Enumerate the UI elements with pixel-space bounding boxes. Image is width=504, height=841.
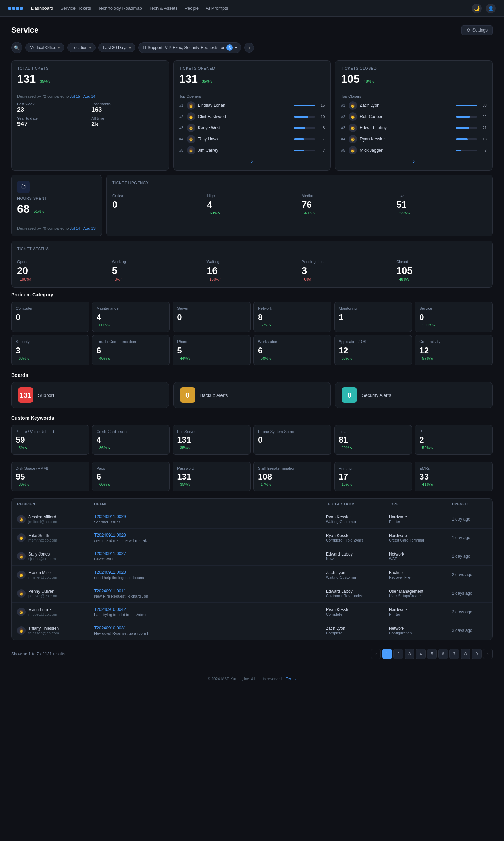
prev-page-button[interactable]: ‹ — [371, 649, 381, 659]
list-item: #5 👨 Jim Carrey 7 — [179, 146, 325, 154]
nav-links: Dashboard Service Tickets Technology Roa… — [31, 6, 463, 11]
type-cell: Network WAP — [389, 552, 452, 561]
top-openers-label: Top Openers — [179, 94, 325, 98]
board-backup-name: Backup Alerts — [200, 393, 228, 398]
status-open-badge: 190%↑ — [20, 277, 32, 281]
list-item: #2 👨 Rob Cooper 22 — [341, 112, 487, 121]
user-avatar[interactable]: 👤 — [486, 4, 496, 13]
nav-dashboard[interactable]: Dashboard — [31, 6, 54, 11]
tickets-opened-value: 131 — [179, 73, 198, 85]
hours-spent-value: 68 — [17, 202, 30, 215]
prob-service: Service 0 100%↘ — [415, 302, 493, 332]
filter-location[interactable]: Location ▾ — [67, 43, 96, 52]
ticket-urgency-card: Ticket Urgency Critical 0 High 4 60%↘ Me… — [106, 175, 493, 236]
tech-name: Ryan Kessler — [326, 533, 389, 538]
col-tech-status: TECH & STATUS — [326, 502, 389, 506]
next-page-icon[interactable]: › — [251, 157, 253, 164]
ticket-link[interactable]: T20240911.0011 — [94, 588, 326, 593]
kw-emrs: EMRs 33 41%↘ — [415, 462, 493, 491]
prob-workstation: Workstation 6 50%↘ — [253, 335, 331, 365]
ticket-link[interactable]: T20240911.0027 — [94, 551, 326, 556]
search-button[interactable]: 🔍 — [11, 42, 22, 53]
ticket-link[interactable]: T20240911.0029 — [94, 514, 326, 519]
col-opened: OPENED — [452, 502, 487, 506]
rank-bar — [456, 105, 477, 106]
nav-people[interactable]: People — [184, 6, 198, 11]
rank-bar — [294, 138, 315, 140]
dark-mode-icon[interactable]: 🌙 — [472, 4, 482, 13]
nav-service-tickets[interactable]: Service Tickets — [61, 6, 91, 11]
page-2-button[interactable]: 2 — [393, 649, 403, 659]
nav-technology-roadmap[interactable]: Technology Roadmap — [98, 6, 142, 11]
urgency-critical: Critical 0 — [112, 194, 203, 215]
ticket-type: Network — [389, 552, 452, 557]
recipient-cell: 👩 Sally Jones sjones@co.com — [17, 552, 94, 561]
urgency-low: Low 51 23%↘ — [397, 194, 487, 215]
ticket-link[interactable]: T20240911.0028 — [94, 533, 326, 538]
tech-cell: Zach Lyon Complete — [326, 626, 389, 635]
ticket-link[interactable]: T20240911.0023 — [94, 570, 326, 575]
ticket-detail: Scanner issues — [94, 520, 326, 524]
board-security-alerts[interactable]: 0 Security Alerts — [335, 382, 493, 408]
page-1-button[interactable]: 1 — [382, 649, 392, 659]
page-8-button[interactable]: 8 — [461, 649, 470, 659]
add-filter-button[interactable]: + — [244, 43, 254, 53]
kw-staff-hires-badge: 17%↘ — [261, 482, 272, 487]
kw-printing: Printing 17 15%↘ — [334, 462, 412, 491]
settings-button[interactable]: ⚙ Settings — [461, 25, 493, 35]
status-waiting: Waiting 16 150%↑ — [207, 260, 298, 282]
table-row: 👨 Mike Smith msmith@co.com T20240911.002… — [12, 529, 492, 547]
ticket-link[interactable]: T20240910.0031 — [94, 626, 326, 630]
kw-pt-badge: 50%↘ — [422, 446, 433, 450]
filter-count-badge: 3 — [226, 44, 233, 51]
nav-ai-prompts[interactable]: AI Prompts — [206, 6, 228, 11]
kw-grid-row2: Disk Space (RMM) 95 30%↘ Pacs 6 60%↘ Pas… — [11, 462, 493, 491]
pagination: Showing 1 to 7 of 131 results ‹ 1 2 3 4 … — [11, 646, 493, 662]
ticket-link[interactable]: T20240910.0042 — [94, 607, 326, 612]
kw-credit-card: Credit Card Issues 4 86%↘ — [92, 425, 170, 455]
total-tickets-sub: Last week 23 Last month 163 Year to date… — [17, 102, 163, 128]
page-7-button[interactable]: 7 — [449, 649, 459, 659]
recipient-email: mmiller@co.com — [28, 575, 57, 579]
kw-password-badge: 35%↘ — [180, 482, 191, 487]
col-type: TYPE — [389, 502, 452, 506]
page-6-button[interactable]: 6 — [438, 649, 448, 659]
nav-tech-assets[interactable]: Tech & Assets — [149, 6, 178, 11]
tickets-closed-card: Tickets Closed 105 48%↘ Top Closers #1 👨… — [335, 60, 493, 171]
list-item: #1 👨 Zach Lyon 33 — [341, 101, 487, 110]
tech-cell: Ryan Kessler Complete — [326, 607, 389, 616]
next-page-icon[interactable]: › — [413, 157, 415, 164]
tech-status: Complete (Hold 24hrs) — [326, 538, 389, 542]
chevron-down-icon: ▾ — [235, 45, 237, 50]
tech-cell: Ryan Kessler Waiting Customer — [326, 515, 389, 524]
last-month-label: Last month — [91, 102, 163, 106]
nav-actions: 🌙 👤 — [472, 4, 496, 13]
total-tickets-value: 131 — [17, 73, 36, 85]
board-support[interactable]: 131 Support — [11, 382, 169, 408]
tech-status: New — [326, 557, 389, 561]
ticket-subtype: Configuration — [389, 631, 452, 635]
filter-medical-office[interactable]: Medical Office ▾ — [25, 43, 64, 52]
page-5-button[interactable]: 5 — [427, 649, 437, 659]
filter-categories[interactable]: IT Support, VIP Exec, Security Requests,… — [138, 42, 241, 53]
list-item: #2 👨 Clint Eastwood 10 — [179, 112, 325, 121]
top-stats-row: Total Tickets 131 35%↘ Decreased by 72 c… — [11, 60, 493, 171]
status-closed-badge: 48%↘ — [399, 277, 410, 281]
page-9-button[interactable]: 9 — [472, 649, 482, 659]
last-month-value: 163 — [91, 106, 163, 113]
terms-link[interactable]: Terms — [286, 677, 296, 681]
ticket-status-title: Ticket Status — [17, 247, 487, 251]
avatar: 👩 — [17, 515, 26, 523]
page-4-button[interactable]: 4 — [416, 649, 426, 659]
recipient-cell: 👩 Penny Culver pculver@co.com — [17, 589, 94, 598]
board-backup-alerts[interactable]: 0 Backup Alerts — [173, 382, 331, 408]
filter-date-range[interactable]: Last 30 Days ▾ — [98, 43, 135, 52]
tech-name: Edward Laboy — [326, 552, 389, 557]
alltime-value: 2k — [91, 120, 163, 128]
prob-workstation-badge: 50%↘ — [261, 356, 272, 360]
page-3-button[interactable]: 3 — [405, 649, 414, 659]
footer: © 2024 MSP Karma, Inc. All rights reserv… — [0, 671, 504, 687]
detail-cell: T20240911.0011 New Hire Request: Richard… — [94, 588, 326, 598]
next-page-button[interactable]: › — [483, 649, 493, 659]
rank-bar — [456, 127, 477, 129]
